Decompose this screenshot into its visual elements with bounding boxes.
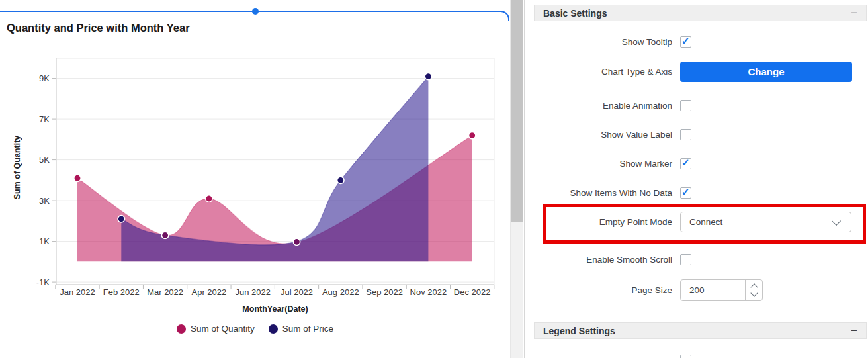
setting-label: Show Items With No Data <box>525 188 672 198</box>
collapse-minus-icon[interactable]: − <box>851 325 857 336</box>
x-tick-label: Nov 2022 <box>410 287 447 297</box>
x-tick-label: Dec 2022 <box>454 287 491 297</box>
marker-quantity[interactable] <box>469 132 476 139</box>
x-tick-label: Jul 2022 <box>281 287 313 297</box>
marker-overlap[interactable] <box>161 232 168 238</box>
basic-settings-header[interactable]: Basic Settings − <box>534 5 867 21</box>
setting-label: Empty Point Mode <box>525 217 672 227</box>
show-legend-checkbox-cutoff[interactable] <box>680 355 691 358</box>
marker-quantity[interactable] <box>74 175 81 181</box>
setting-label: Show Tooltip <box>525 37 672 47</box>
legend-label: Sum of Quantity <box>191 324 255 334</box>
show-tooltip-checkbox[interactable]: ✓ <box>680 36 691 48</box>
setting-row-show-marker: Show Marker✓ <box>525 152 868 175</box>
legend-item-price[interactable]: Sum of Price <box>269 324 333 334</box>
marker-price[interactable] <box>425 73 431 79</box>
legend-settings-title: Legend Settings <box>543 326 615 336</box>
y-tick-label: 5K <box>39 155 50 165</box>
x-tick-label: Apr 2022 <box>192 287 227 297</box>
marker-quantity[interactable] <box>206 195 212 202</box>
basic-settings-title: Basic Settings <box>543 8 607 19</box>
checkmark-icon: ✓ <box>681 186 690 198</box>
collapse-minus-icon[interactable]: − <box>851 7 857 19</box>
enable-animation-checkbox[interactable] <box>680 100 691 111</box>
legend-item-quantity[interactable]: Sum of Quantity <box>177 324 255 334</box>
setting-row-show-items-with-no-data: Show Items With No Data✓ <box>525 181 868 204</box>
marker-price[interactable] <box>118 216 124 222</box>
stepper-spinner[interactable] <box>745 280 762 300</box>
chart-widget-card: Quantity and Price with Month Year Sum o… <box>0 0 510 358</box>
setting-label: Enable Smooth Scroll <box>525 255 672 265</box>
show-items-with-no-data-checkbox[interactable]: ✓ <box>680 187 691 199</box>
setting-label: Show Value Label <box>525 130 672 140</box>
page-size-stepper[interactable]: 200 <box>680 279 763 301</box>
vertical-scrollbar[interactable] <box>510 0 523 358</box>
x-tick-label: Sep 2022 <box>366 287 403 297</box>
legend-settings-header[interactable]: Legend Settings − <box>534 322 867 339</box>
scrollbar-thumb[interactable] <box>511 0 523 222</box>
chevron-down-icon <box>832 216 841 226</box>
setting-row-enable-animation: Enable Animation <box>525 94 868 116</box>
x-axis-title: MonthYear(Date) <box>242 304 308 314</box>
number-input-value[interactable]: 200 <box>681 280 745 300</box>
y-tick-label: -1K <box>36 277 50 287</box>
chevron-down-icon[interactable] <box>750 289 758 296</box>
y-tick-label: 3K <box>39 196 50 206</box>
x-tick-label: Jan 2022 <box>60 287 95 297</box>
empty-point-mode-dropdown[interactable]: Connect <box>680 212 851 232</box>
y-tick-label: 7K <box>39 114 50 124</box>
show-marker-checkbox[interactable]: ✓ <box>680 158 691 169</box>
setting-label: Chart Type & Axis <box>525 67 672 77</box>
setting-row-show-tooltip: Show Tooltip✓ <box>525 30 868 53</box>
chart-legend: Sum of Quantity Sum of Price <box>0 324 510 334</box>
checkmark-icon: ✓ <box>681 35 690 47</box>
x-tick-label: Mar 2022 <box>147 287 183 297</box>
marker-overlap[interactable] <box>293 238 300 245</box>
checkmark-icon: ✓ <box>681 157 690 169</box>
enable-smooth-scroll-checkbox[interactable] <box>680 254 691 265</box>
chart-type-axis-change-button[interactable]: Change <box>680 62 852 82</box>
legend-label: Sum of Price <box>282 324 333 334</box>
setting-label: Page Size <box>525 285 672 295</box>
setting-row-enable-smooth-scroll: Enable Smooth Scroll <box>525 248 868 271</box>
setting-label: Enable Animation <box>525 101 672 111</box>
x-tick-label: Feb 2022 <box>103 287 140 297</box>
y-tick-label: 1K <box>39 236 50 246</box>
show-value-label-checkbox[interactable] <box>680 129 691 140</box>
setting-row-page-size: Page Size200 <box>525 279 868 301</box>
setting-row-show-value-label: Show Value Label <box>525 123 868 146</box>
price-legend-swatch-icon <box>269 324 278 334</box>
dropdown-value: Connect <box>689 217 722 227</box>
marker-price[interactable] <box>337 177 344 183</box>
setting-label: Show Marker <box>525 159 672 169</box>
setting-row-chart-type-axis: Chart Type & AxisChange <box>525 62 868 82</box>
y-tick-label: 9K <box>39 73 50 83</box>
x-tick-label: Jun 2022 <box>235 287 271 297</box>
settings-panel: Basic Settings − Show Tooltip✓Chart Type… <box>524 0 868 358</box>
setting-row-empty-point-mode: Empty Point ModeConnect <box>525 212 868 232</box>
quantity-legend-swatch-icon <box>177 324 186 334</box>
x-tick-label: Aug 2022 <box>322 287 359 297</box>
